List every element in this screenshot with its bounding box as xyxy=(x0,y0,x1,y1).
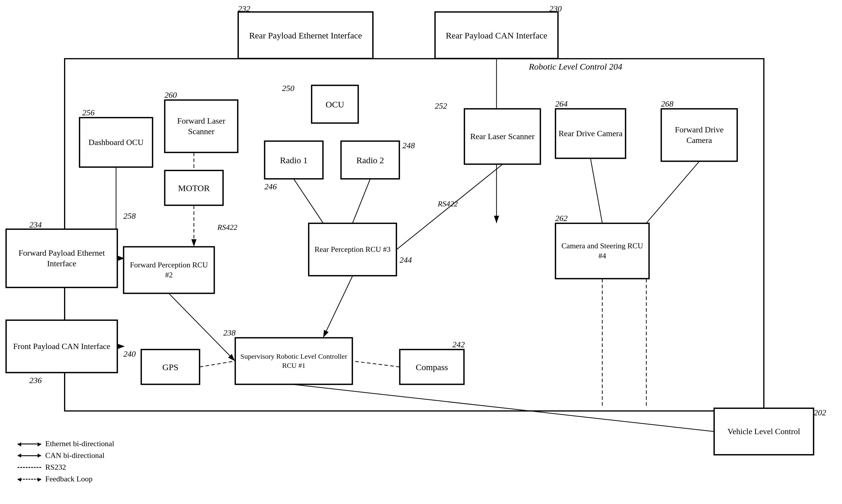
svg-line-39 xyxy=(590,159,602,223)
front-payload-can-box: Front Payload CAN Interface xyxy=(6,320,118,373)
radio2-box: Radio 2 xyxy=(341,141,399,179)
diagram: Rear Payload Ethernet Interface 232 Rear… xyxy=(0,0,842,504)
gps-box: GPS xyxy=(141,349,200,384)
rs232-line-icon xyxy=(18,467,41,468)
svg-line-40 xyxy=(646,161,699,223)
ref-258: 258 xyxy=(123,211,136,221)
legend-rs232: RS232 xyxy=(18,463,114,472)
compass-box: Compass xyxy=(399,349,464,384)
supervisory-rcu-box: Supervisory Robotic Level Controller RCU… xyxy=(235,338,353,384)
legend: Ethernet bi-directional CAN bi-direction… xyxy=(18,439,114,486)
svg-line-38 xyxy=(294,384,714,432)
ref-202: 202 xyxy=(814,408,826,417)
svg-line-35 xyxy=(353,361,399,367)
ref-242: 242 xyxy=(452,340,465,349)
ref-256: 256 xyxy=(82,108,94,118)
ref-230: 230 xyxy=(549,4,562,14)
ref-268: 268 xyxy=(661,99,673,109)
forward-payload-ethernet-box: Forward Payload Ethernet Interface xyxy=(6,229,118,288)
rear-perception-rcu-box: Rear Perception RCU #3 xyxy=(308,223,397,276)
ref-252: 252 xyxy=(435,101,447,111)
robotic-level-control-label: Robotic Level Control 204 xyxy=(529,62,622,72)
ref-244: 244 xyxy=(399,255,412,265)
ref-232: 232 xyxy=(238,4,250,14)
ref-246: 246 xyxy=(264,182,277,192)
vehicle-level-control-box: Vehicle Level Control xyxy=(714,408,814,455)
ref-262: 262 xyxy=(555,214,568,223)
ref-240: 240 xyxy=(123,349,136,359)
dashboard-ocu-box: Dashboard OCU xyxy=(79,118,153,167)
ocu-box: OCU xyxy=(311,85,358,123)
rear-drive-camera-box: Rear Drive Camera xyxy=(555,109,626,159)
svg-line-33 xyxy=(323,276,353,338)
ref-260: 260 xyxy=(165,90,177,100)
rs422-label-left: RS422 xyxy=(218,223,237,232)
legend-can: CAN bi-directional xyxy=(18,451,114,460)
legend-ethernet: Ethernet bi-directional xyxy=(18,439,114,448)
svg-line-29 xyxy=(294,179,323,223)
svg-line-30 xyxy=(353,179,370,223)
rear-payload-can-box: Rear Payload CAN Interface xyxy=(435,12,558,59)
rear-payload-ethernet-box: Rear Payload Ethernet Interface xyxy=(238,12,373,59)
ref-236: 236 xyxy=(29,376,42,385)
legend-feedback: Feedback Loop xyxy=(18,475,114,483)
rs422-label-right: RS422 xyxy=(438,200,458,209)
forward-drive-camera-box: Forward Drive Camera xyxy=(661,109,737,161)
radio1-box: Radio 1 xyxy=(264,141,323,179)
motor-box: MOTOR xyxy=(165,170,223,205)
rear-laser-scanner-box: Rear Laser Scanner xyxy=(464,109,540,164)
ref-234: 234 xyxy=(29,220,42,230)
ref-250: 250 xyxy=(282,84,294,93)
ref-238: 238 xyxy=(223,328,236,338)
forward-laser-scanner-box: Forward Laser Scanner xyxy=(165,100,238,152)
svg-line-34 xyxy=(200,361,235,367)
forward-perception-rcu-box: Forward Perception RCU #2 xyxy=(123,247,214,293)
feedback-line-icon xyxy=(18,479,41,480)
ethernet-line-icon xyxy=(18,444,41,445)
ref-264: 264 xyxy=(555,99,568,109)
ref-248: 248 xyxy=(402,141,415,150)
camera-steering-rcu-box: Camera and Steering RCU #4 xyxy=(555,223,649,279)
